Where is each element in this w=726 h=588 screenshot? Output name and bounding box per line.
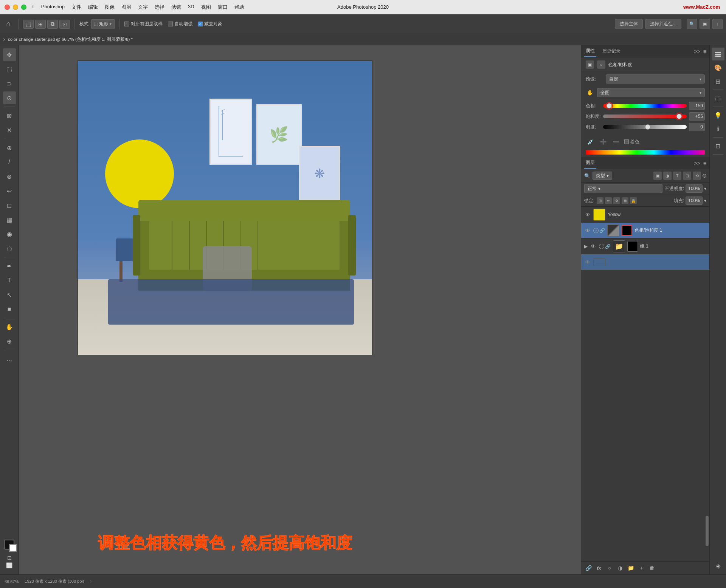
select-tool-2[interactable]: ⊞ (35, 20, 46, 29)
background-color[interactable] (9, 544, 17, 552)
menu-layer[interactable]: 图层 (121, 4, 131, 11)
filter-type-icon[interactable]: T (673, 172, 681, 180)
tool-brush[interactable]: / (3, 156, 16, 169)
tool-blur[interactable]: ◉ (3, 227, 16, 240)
lock-paint-icon[interactable]: ✏ (605, 197, 612, 204)
eyedropper-btn-3[interactable]: ➖ (611, 137, 621, 146)
channel-dropdown[interactable]: 全图 ▾ (597, 88, 705, 97)
layer-item-blue[interactable]: 👁 (581, 254, 709, 270)
filter-adjust-icon[interactable]: ◑ (663, 172, 672, 180)
layer-visibility-group1[interactable]: 👁 (590, 243, 597, 250)
traffic-lights[interactable] (5, 5, 26, 10)
fr-square-btn[interactable]: ⬚ (712, 92, 724, 105)
checkbox-auto-enhance[interactable]: 自动增强 (168, 21, 192, 27)
layers-scrollbar[interactable] (706, 516, 709, 546)
statusbar-arrow[interactable]: › (90, 579, 91, 583)
tool-quick-select[interactable]: ⊙ (3, 91, 16, 104)
layers-expand-btn[interactable]: >> (694, 160, 700, 166)
menu-window[interactable]: 窗口 (218, 4, 228, 11)
hue-value[interactable]: -159 (689, 102, 705, 110)
tool-select-rect[interactable]: ⬚ (3, 63, 16, 76)
filter-toggle[interactable] (703, 174, 706, 178)
foreground-color[interactable] (5, 540, 14, 549)
lock-move-icon[interactable]: ✥ (613, 197, 620, 204)
menu-view[interactable]: 视图 (201, 4, 211, 11)
tool-eraser[interactable]: ◻ (3, 199, 16, 212)
tool-spot-heal[interactable]: ⊕ (3, 141, 16, 154)
minimize-button[interactable] (13, 5, 18, 10)
menu-photoshop[interactable]: Photoshop (41, 4, 65, 11)
close-button[interactable] (5, 5, 10, 10)
lightness-thumb[interactable] (645, 124, 650, 130)
filter-pixel-icon[interactable]: ▣ (653, 172, 662, 180)
tool-dodge[interactable]: ◌ (3, 242, 16, 255)
layer-new-btn[interactable]: + (637, 564, 645, 572)
quick-mask[interactable]: ⊡ (7, 555, 12, 561)
checkbox-all-layers[interactable]: 对所有图层取样 (124, 21, 163, 27)
tool-eyedropper[interactable]: ✕ (3, 124, 16, 136)
panel-menu-btn[interactable]: ≡ (703, 48, 706, 54)
layer-item-yellow[interactable]: 👁 Yellow (581, 207, 709, 223)
layer-visibility-hueSat[interactable]: 👁 (584, 227, 591, 234)
panel-expand-btn[interactable]: >> (694, 48, 700, 54)
cb-auto-enhance[interactable] (168, 22, 173, 26)
maximize-button[interactable] (21, 5, 26, 10)
apple-menu[interactable]:  (33, 4, 34, 11)
fr-colors-btn[interactable]: 🎨 (712, 61, 724, 74)
fr-grid-btn[interactable]: ⊞ (712, 75, 724, 88)
checkbox-decontaminate[interactable]: ✓ 减去对象 (198, 21, 222, 27)
tool-zoom[interactable]: ⊕ (3, 335, 16, 348)
lock-pixel-icon[interactable]: ⊞ (597, 197, 603, 204)
layer-link-btn[interactable]: 🔗 (584, 564, 593, 572)
tool-hand[interactable]: ✋ (3, 320, 16, 333)
layer-fx-btn[interactable]: fx (595, 564, 603, 572)
menu-filter[interactable]: 滤镜 (171, 4, 181, 11)
menu-edit[interactable]: 编辑 (88, 4, 98, 11)
select-mask-button[interactable]: 选择并遮住... (645, 19, 681, 29)
fr-layers-btn[interactable] (712, 48, 724, 60)
fr-info-btn[interactable]: ℹ (712, 122, 724, 135)
tool-clone[interactable]: ⊛ (3, 170, 16, 183)
saturation-value[interactable]: +55 (689, 112, 705, 121)
tab-history[interactable]: 历史记录 (601, 45, 622, 57)
lightness-value[interactable]: 0 (689, 123, 705, 131)
menu-text[interactable]: 文字 (138, 4, 148, 11)
menu-image[interactable]: 图像 (105, 4, 115, 11)
select-subject-button[interactable]: 选择主体 (615, 19, 643, 29)
tool-history-brush[interactable]: ↩ (3, 184, 16, 197)
tab-layers[interactable]: 图层 (584, 157, 596, 169)
tool-path-select[interactable]: ↖ (3, 288, 16, 301)
fr-patterns-btn[interactable]: ⊡ (712, 139, 724, 152)
eyedropper-btn-2[interactable]: ➕ (599, 137, 608, 146)
fr-light-btn[interactable]: 💡 (712, 109, 724, 122)
cb-decontaminate[interactable]: ✓ (198, 22, 203, 26)
home-button[interactable]: ⌂ (3, 19, 14, 29)
layers-menu-btn[interactable]: ≡ (703, 160, 706, 166)
blend-mode-dropdown[interactable]: 正常 ▾ (584, 184, 662, 193)
opacity-value[interactable]: 100% (686, 184, 703, 193)
menu-help[interactable]: 帮助 (234, 4, 244, 11)
export-button[interactable]: ↑ (712, 19, 723, 29)
saturation-track[interactable] (603, 115, 687, 118)
layer-group-btn[interactable]: 📁 (627, 564, 635, 572)
group-arrow[interactable]: ▶ (584, 244, 588, 249)
colorize-cb[interactable] (624, 139, 629, 144)
layers-type-dropdown[interactable]: 类型 ▾ (593, 172, 612, 180)
lightness-track[interactable] (603, 125, 687, 129)
lock-artboard-icon[interactable]: ⊠ (622, 197, 628, 204)
select-tool-3[interactable]: ⧉ (47, 20, 58, 29)
lock-all-icon[interactable]: 🔒 (630, 197, 637, 204)
tool-shape[interactable]: ■ (3, 303, 16, 316)
hue-thumb[interactable] (607, 103, 612, 108)
select-tool-4[interactable]: ⊡ (59, 20, 70, 29)
tool-type[interactable]: T (3, 274, 16, 287)
saturation-thumb[interactable] (676, 114, 682, 119)
layer-visibility-yellow[interactable]: 👁 (584, 211, 591, 218)
fr-sliders-btn[interactable]: ◈ (712, 559, 724, 572)
layer-item-group1[interactable]: ▶ 👁 🔗 📁 组 1 (581, 238, 709, 254)
menu-select[interactable]: 选择 (155, 4, 164, 11)
layer-delete-btn[interactable]: 🗑 (648, 564, 656, 572)
fill-value[interactable]: 100% (686, 197, 703, 205)
tool-crop[interactable]: ⊠ (3, 109, 16, 122)
tool-gradient[interactable]: ▦ (3, 213, 16, 226)
